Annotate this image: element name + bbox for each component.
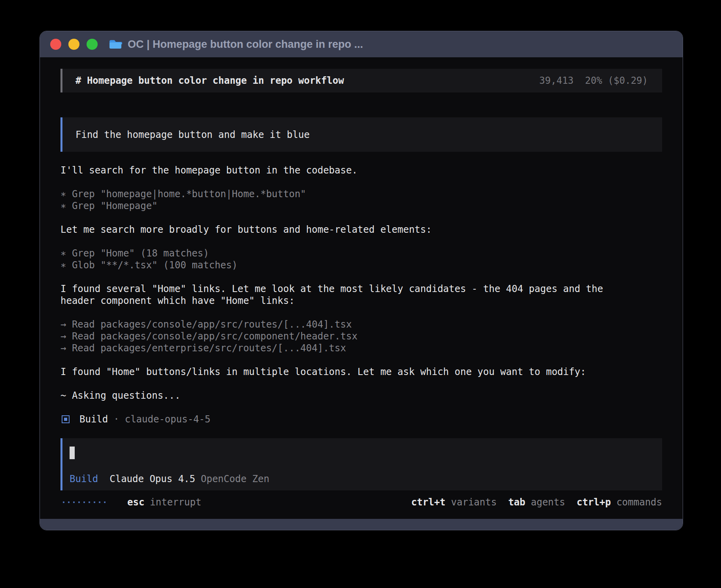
line-gap: [60, 307, 662, 318]
spinner-dot: [99, 501, 100, 503]
terminal-window: OC | Homepage button color change in rep…: [40, 31, 683, 530]
variants-hint: ctrl+t variants: [411, 497, 496, 508]
footer-right: ctrl+t variants tab agents ctrl+p comman…: [411, 497, 662, 508]
conversation: I'll search for the homepage button in t…: [60, 164, 662, 425]
agent-model: claude-opus-4-5: [125, 413, 211, 425]
terminal-content: # Homepage button color change in repo w…: [40, 57, 683, 519]
agent-status-line: Build·claude-opus-4-5: [60, 413, 662, 425]
user-message: Find the homepage button and make it blu…: [60, 117, 662, 152]
variants-action-label: variants: [451, 497, 497, 508]
ctrl-p-key-hint: ctrl+p: [577, 497, 611, 508]
window-bottom-edge: [40, 519, 683, 530]
input-status-row: Build Claude Opus 4.5 OpenCode Zen: [70, 473, 655, 484]
folder-icon: [109, 39, 122, 50]
tool-call-line: → Read packages/console/app/src/routes/[…: [60, 318, 662, 330]
spinner-dot: [78, 501, 80, 503]
tool-call-line: → Read packages/enterprise/src/routes/[.…: [60, 342, 662, 354]
agents-hint: tab agents: [508, 497, 565, 508]
input-model-label: Claude Opus 4.5: [109, 473, 195, 484]
close-button[interactable]: [50, 39, 61, 50]
commands-hint: ctrl+p commands: [577, 497, 662, 508]
context-usage: 20% ($0.29): [585, 75, 648, 86]
ctrl-t-key-hint: ctrl+t: [411, 497, 445, 508]
agent-build-icon: [62, 415, 70, 423]
session-stats: 39,413 20% ($0.29): [539, 75, 648, 86]
text-cursor: [70, 447, 75, 459]
assistant-text-line: I'll search for the homepage button in t…: [60, 164, 662, 176]
line-gap: [60, 354, 662, 366]
session-header: # Homepage button color change in repo w…: [60, 69, 662, 92]
tool-call-line: ∗ Grep "Home" (18 matches): [60, 247, 662, 259]
spinner-dot: [89, 501, 90, 503]
assistant-text-line: I found "Home" buttons/links in multiple…: [60, 366, 662, 378]
session-title: # Homepage button color change in repo w…: [75, 75, 344, 86]
line-gap: [60, 236, 662, 247]
window-titlebar[interactable]: OC | Homepage button color change in rep…: [40, 31, 683, 57]
spinner-dot: [83, 501, 85, 503]
agent-label: Build: [79, 413, 108, 425]
line-gap: [60, 176, 662, 188]
line-gap: [60, 271, 662, 283]
status-footer: esc interrupt ctrl+t variants tab agents…: [60, 496, 662, 509]
zoom-button[interactable]: [87, 39, 98, 50]
assistant-text-line: header component which have "Home" links…: [60, 295, 662, 307]
spinner-dot: [104, 501, 106, 503]
input-provider-label: OpenCode Zen: [201, 473, 269, 484]
input-mode-label: Build: [70, 473, 98, 484]
spinner-dot: [94, 501, 95, 503]
line-gap: [60, 212, 662, 224]
esc-action-label: interrupt: [150, 497, 201, 508]
assistant-text-line: Let me search more broadly for buttons a…: [60, 224, 662, 236]
agent-separator: ·: [113, 413, 119, 425]
commands-action-label: commands: [616, 497, 662, 508]
user-message-text: Find the homepage button and make it blu…: [75, 129, 310, 140]
agents-action-label: agents: [531, 497, 565, 508]
assistant-text-line: I found several "Home" links. Let me loo…: [60, 283, 662, 295]
minimize-button[interactable]: [68, 39, 79, 50]
spinner-dots: [63, 501, 106, 503]
footer-left: esc interrupt: [60, 497, 201, 508]
tool-call-line: ∗ Glob "**/*.tsx" (100 matches): [60, 259, 662, 271]
spinner-dot: [73, 501, 75, 503]
spinner-dot: [63, 501, 64, 503]
token-count: 39,413: [539, 75, 574, 86]
line-gap: [60, 401, 662, 413]
tool-call-line: ∗ Grep "Homepage": [60, 200, 662, 212]
line-gap: [60, 378, 662, 390]
assistant-text-line: ~ Asking questions...: [60, 390, 662, 401]
prompt-input[interactable]: Build Claude Opus 4.5 OpenCode Zen: [60, 438, 662, 490]
tab-key-hint: tab: [508, 497, 525, 508]
tool-call-line: → Read packages/console/app/src/componen…: [60, 330, 662, 342]
esc-key-hint: esc: [127, 497, 144, 508]
tool-call-line: ∗ Grep "homepage|home.*button|Home.*butt…: [60, 188, 662, 200]
window-title: OC | Homepage button color change in rep…: [128, 38, 363, 51]
spinner-dot: [68, 501, 70, 503]
